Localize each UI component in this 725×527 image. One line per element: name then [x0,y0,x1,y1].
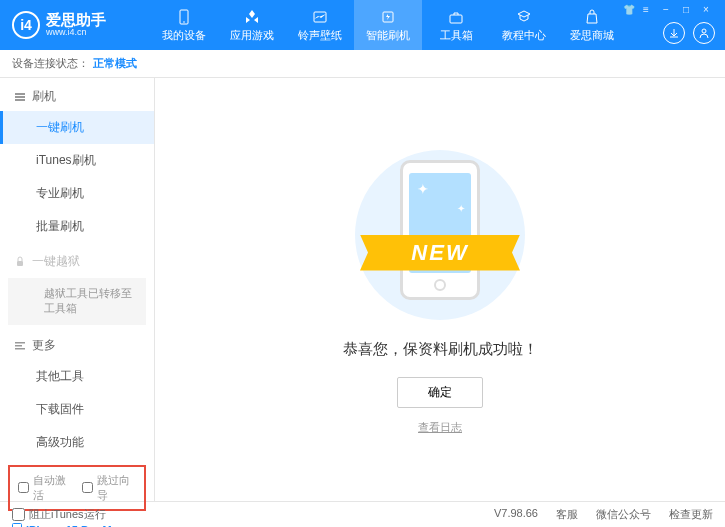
user-button[interactable] [693,22,715,44]
check-skip-guide[interactable]: 跳过向导 [82,473,136,503]
menu-icon[interactable]: ≡ [643,4,657,18]
app-icon [243,8,261,26]
svg-rect-4 [450,15,462,23]
sidebar-item-itunes-flash[interactable]: iTunes刷机 [0,144,154,177]
svg-point-5 [702,29,706,33]
list-icon [14,91,26,103]
footer-link-update[interactable]: 检查更新 [669,507,713,522]
app-logo: i4 爱思助手 www.i4.cn [0,11,150,39]
lock-icon [14,256,26,268]
sidebar: 刷机 一键刷机 iTunes刷机 专业刷机 批量刷机 一键越狱 越狱工具已转移至… [0,78,155,501]
svg-rect-6 [15,93,25,95]
nav-tutorials[interactable]: 教程中心 [490,0,558,50]
svg-rect-12 [15,348,25,350]
status-value: 正常模式 [93,56,137,71]
sidebar-item-oneclick-flash[interactable]: 一键刷机 [0,111,154,144]
nav-my-device[interactable]: 我的设备 [150,0,218,50]
wallpaper-icon [311,8,329,26]
nav-ringtones[interactable]: 铃声壁纸 [286,0,354,50]
svg-rect-8 [15,99,25,101]
footer-link-support[interactable]: 客服 [556,507,578,522]
app-title: 爱思助手 [46,12,106,29]
device-phone-icon [12,523,22,527]
close-icon[interactable]: × [703,4,717,18]
svg-point-1 [183,21,185,23]
success-illustration: ✦ ✦ NEW [350,145,530,325]
sidebar-section-flash[interactable]: 刷机 [0,78,154,111]
svg-rect-13 [13,523,22,527]
toolbox-icon [447,8,465,26]
window-controls: 👕 ≡ − □ × [615,0,725,22]
titlebar: i4 爱思助手 www.i4.cn 我的设备 应用游戏 铃声壁纸 智能刷机 工具… [0,0,725,50]
nav-apps-games[interactable]: 应用游戏 [218,0,286,50]
skin-icon[interactable]: 👕 [623,4,637,18]
main-nav: 我的设备 应用游戏 铃声壁纸 智能刷机 工具箱 教程中心 爱思商城 [150,0,626,50]
phone-icon [175,8,193,26]
download-button[interactable] [663,22,685,44]
app-subtitle: www.i4.cn [46,28,106,38]
maximize-icon[interactable]: □ [683,4,697,18]
flash-icon [379,8,397,26]
success-message: 恭喜您，保资料刷机成功啦！ [343,340,538,359]
sidebar-item-other-tools[interactable]: 其他工具 [0,360,154,393]
ok-button[interactable]: 确定 [397,377,483,408]
store-icon [583,8,601,26]
check-auto-activate[interactable]: 自动激活 [18,473,72,503]
svg-rect-11 [15,345,22,347]
new-ribbon: NEW [360,235,520,271]
svg-rect-7 [15,96,25,98]
main-content: ✦ ✦ NEW 恭喜您，保资料刷机成功啦！ 确定 查看日志 [155,78,725,501]
more-icon [14,339,26,351]
sidebar-section-jailbreak: 一键越狱 [0,243,154,276]
svg-rect-10 [15,342,25,344]
check-block-itunes[interactable]: 阻止iTunes运行 [12,507,106,522]
sidebar-item-advanced[interactable]: 高级功能 [0,426,154,459]
sidebar-item-pro-flash[interactable]: 专业刷机 [0,177,154,210]
sidebar-item-batch-flash[interactable]: 批量刷机 [0,210,154,243]
nav-smart-flash[interactable]: 智能刷机 [354,0,422,50]
nav-toolbox[interactable]: 工具箱 [422,0,490,50]
sidebar-jailbreak-note: 越狱工具已转移至工具箱 [8,278,146,325]
sidebar-item-download-firmware[interactable]: 下载固件 [0,393,154,426]
minimize-icon[interactable]: − [663,4,677,18]
device-name[interactable]: iPhone 15 Pro Max [12,523,142,527]
status-bar: 设备连接状态： 正常模式 [0,50,725,78]
footer-link-wechat[interactable]: 微信公众号 [596,507,651,522]
version-label: V7.98.66 [494,507,538,522]
sidebar-section-more[interactable]: 更多 [0,327,154,360]
sidebar-checkbox-group: 自动激活 跳过向导 [8,465,146,511]
view-log-link[interactable]: 查看日志 [418,420,462,435]
logo-icon: i4 [12,11,40,39]
status-label: 设备连接状态： [12,56,89,71]
tutorial-icon [515,8,533,26]
svg-rect-9 [17,261,23,266]
